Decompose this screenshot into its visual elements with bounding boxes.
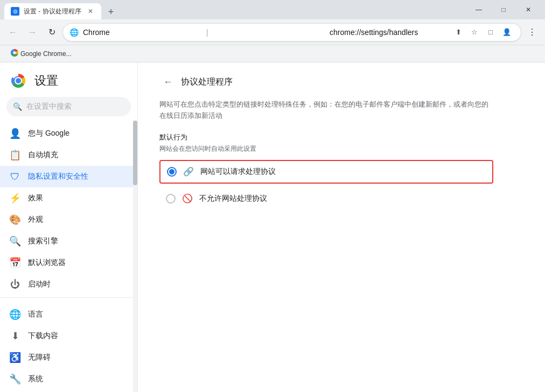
share-button[interactable]: ⬆ [451,25,466,40]
address-bar-url: chrome://settings/handlers [330,28,446,37]
sidebar-item-effects[interactable]: ⚡ 效果 [0,187,137,209]
tab-title: 设置 - 协议处理程序 [24,7,82,16]
section-sublabel: 网站会在您访问时自动采用此设置 [159,144,493,153]
language-icon: 🌐 [9,309,22,320]
accessibility-icon: ♿ [9,352,22,363]
maximize-button[interactable]: □ [491,0,516,19]
sidebar-item-language-label: 语言 [28,310,43,319]
sidebar-item-browser-label: 默认浏览器 [28,258,66,268]
svg-point-6 [16,78,21,83]
content-inner: ← 协议处理程序 网站可在您点击特定类型的链接时处理特殊任务，例如：在您的电子邮… [138,62,515,220]
no-protocol-icon: 🚫 [182,193,193,204]
protocol-handler-icon: 🔗 [183,166,194,177]
sidebar-nav: 👤 您与 Google 📋 自动填充 🛡 隐私设置和安全性 ⚡ 效果 🎨 [0,121,137,392]
scrollbar-track[interactable] [133,121,137,392]
titlebar: ⚙ 设置 - 协议处理程序 ✕ + — □ ✕ [0,0,545,19]
page-description: 网站可在您点击特定类型的链接时处理特殊任务，例如：在您的电子邮件客户端中创建新邮… [159,99,493,122]
sidebar-item-privacy-label: 隐私设置和安全性 [28,172,88,181]
person-icon: 👤 [9,128,22,139]
address-bar[interactable]: 🌐 Chrome | chrome://settings/handlers ⬆ … [62,23,521,41]
page-header: ← 协议处理程序 [159,73,493,90]
sidebar-item-browser[interactable]: 📅 默认浏览器 [0,252,137,274]
browser-icon: 📅 [9,257,22,269]
search-bar[interactable]: 🔍 在设置中搜索 [6,97,131,116]
close-button[interactable]: ✕ [516,0,541,19]
bookmark-favicon [11,49,18,58]
sidebar-item-google-label: 您与 Google [28,129,69,138]
address-bar-separator: | [206,28,323,37]
sidebar-item-system[interactable]: 🔧 系统 [0,368,137,390]
bookmarks-bar: Google Chrome... [0,45,545,62]
chrome-logo-icon [9,71,28,90]
search-icon: 🔍 [13,102,22,111]
sidebar-item-accessibility[interactable]: ♿ 无障碍 [0,347,137,368]
sidebar-item-privacy[interactable]: 🛡 隐私设置和安全性 [0,166,137,187]
shield-icon: 🛡 [9,171,22,183]
radio-allow-icon [167,167,177,177]
search-placeholder: 在设置中搜索 [26,102,72,111]
tab-bar: ⚙ 设置 - 协议处理程序 ✕ + [4,0,462,19]
tab-search-button[interactable]: □ [483,25,498,40]
bookmark-google-chrome[interactable]: Google Chrome... [6,47,76,60]
bookmark-label: Google Chrome... [20,50,72,58]
sidebar-item-google[interactable]: 👤 您与 Google [0,123,137,144]
bookmark-button[interactable]: ☆ [467,25,482,40]
svg-point-2 [13,52,16,54]
tab-close-button[interactable]: ✕ [86,7,95,16]
active-tab[interactable]: ⚙ 设置 - 协议处理程序 ✕ [4,3,101,19]
radio-allow-inner [169,169,174,174]
sidebar-item-accessibility-label: 无障碍 [28,353,51,362]
forward-button[interactable]: → [24,24,41,41]
navbar: ← → ↻ 🌐 Chrome | chrome://settings/handl… [0,19,545,45]
sidebar-item-autofill[interactable]: 📋 自动填充 [0,144,137,166]
downloads-icon: ⬇ [9,330,22,342]
address-bar-actions: ⬆ ☆ □ 👤 [451,25,514,40]
new-tab-button[interactable]: + [103,4,118,19]
sidebar-item-system-label: 系统 [28,374,43,384]
sidebar-item-downloads[interactable]: ⬇ 下载内容 [0,325,137,347]
sidebar-item-downloads-label: 下载内容 [28,331,58,341]
sidebar-item-language[interactable]: 🌐 语言 [0,304,137,325]
content-back-button[interactable]: ← [159,73,177,90]
sidebar-header: 设置 [0,62,137,95]
sidebar-item-effects-label: 效果 [28,193,43,203]
address-bar-shield-icon: 🌐 [69,28,79,37]
option-allow-label: 网站可以请求处理协议 [200,167,276,177]
sidebar-item-appearance[interactable]: 🎨 外观 [0,209,137,230]
window-controls: — □ ✕ [466,0,541,19]
sidebar-scroll: 👤 您与 Google 📋 自动填充 🛡 隐私设置和安全性 ⚡ 效果 🎨 [0,121,137,392]
startup-icon: ⏻ [9,279,22,290]
system-icon: 🔧 [9,373,22,385]
radio-disallow-icon [166,194,176,204]
effects-icon: ⚡ [9,192,22,204]
more-options-button[interactable]: ⋮ [523,24,541,41]
sidebar-item-search[interactable]: 🔍 搜索引擎 [0,230,137,252]
tab-favicon: ⚙ [11,7,19,16]
scrollbar-thumb[interactable] [133,121,137,185]
appearance-icon: 🎨 [9,214,22,226]
section-label: 默认行为 [159,132,493,142]
refresh-button[interactable]: ↻ [43,24,60,41]
sidebar-item-startup[interactable]: ⏻ 启动时 [0,274,137,295]
search-container: 🔍 在设置中搜索 [0,95,137,121]
sidebar-item-startup-label: 启动时 [28,279,51,289]
sidebar-item-autofill-label: 自动填充 [28,150,58,160]
back-button[interactable]: ← [4,24,22,41]
option-allow-protocols[interactable]: 🔗 网站可以请求处理协议 [159,160,493,184]
sidebar-item-reset[interactable]: 🔄 重置设置 [0,390,137,392]
settings-title: 设置 [34,73,58,89]
option-disallow-label: 不允许网站处理协议 [199,194,267,204]
sidebar-item-search-label: 搜索引擎 [28,236,58,246]
sidebar: 设置 🔍 在设置中搜索 👤 您与 Google 📋 自动填充 🛡 [0,62,138,392]
main-area: 设置 🔍 在设置中搜索 👤 您与 Google 📋 自动填充 🛡 [0,62,545,392]
content-area: ← 协议处理程序 网站可在您点击特定类型的链接时处理特殊任务，例如：在您的电子邮… [138,62,545,392]
address-bar-chrome-label: Chrome [83,28,200,37]
page-title: 协议处理程序 [181,76,233,88]
option-disallow-protocols[interactable]: 🚫 不允许网站处理协议 [159,188,493,209]
autofill-icon: 📋 [9,149,22,161]
nav-right-buttons: ⋮ [523,24,541,41]
divider [0,297,137,302]
sidebar-item-appearance-label: 外观 [28,215,43,225]
profile-button[interactable]: 👤 [499,25,514,40]
minimize-button[interactable]: — [466,0,491,19]
